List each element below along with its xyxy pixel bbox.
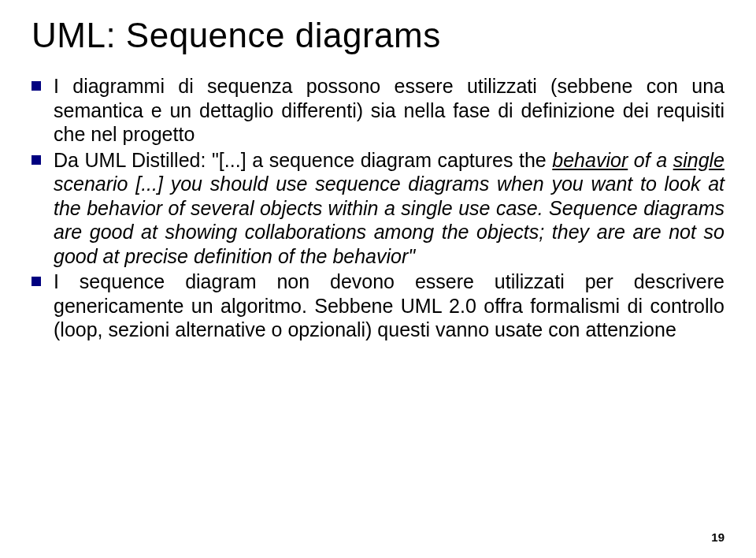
bullet-text-1: I diagrammi di sequenza possono essere u… (54, 74, 724, 147)
page-number: 19 (711, 530, 724, 544)
slide-title: UML: Sequence diagrams (32, 16, 724, 55)
bullet-text-3: I sequence diagram non devono essere uti… (54, 270, 724, 342)
bullet-text-2: Da UML Distilled: "[...] a sequence diag… (54, 148, 724, 269)
bullet-item-1: I diagrammi di sequenza possono essere u… (32, 74, 724, 147)
quote-underline-1: behavior (552, 149, 628, 171)
slide-content: I diagrammi di sequenza possono essere u… (32, 74, 724, 342)
bullet-item-2: Da UML Distilled: "[...] a sequence diag… (32, 148, 724, 269)
quote-underline-2: single (673, 149, 724, 171)
square-bullet-icon (32, 81, 41, 91)
quote-mid-1: of a (628, 149, 673, 171)
quote-prefix: Da UML Distilled: "[...] a sequence diag… (54, 149, 552, 171)
bullet-item-3: I sequence diagram non devono essere uti… (32, 270, 724, 342)
square-bullet-icon (32, 277, 41, 286)
quote-mid-2: scenario [...] you should use sequence d… (54, 173, 724, 267)
square-bullet-icon (32, 155, 41, 165)
